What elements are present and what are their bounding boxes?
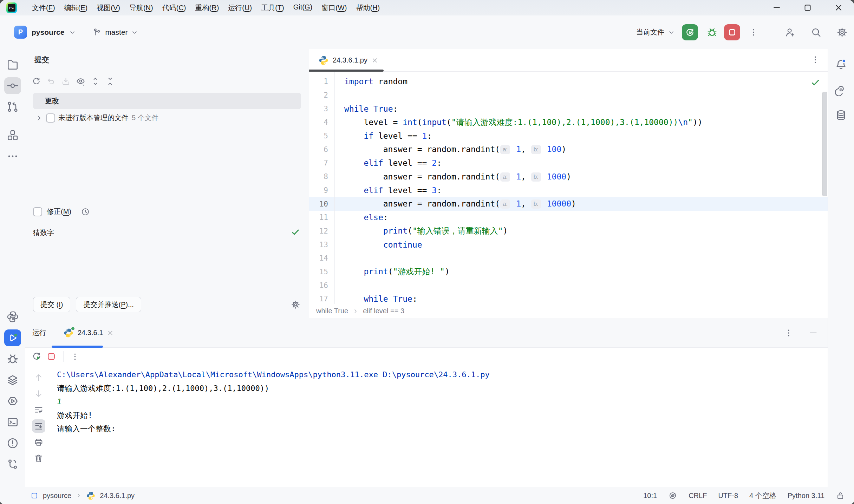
vcs-widget[interactable]: master	[92, 27, 138, 37]
print-button[interactable]	[32, 436, 45, 449]
encoding-widget[interactable]: UTF-8	[718, 492, 738, 500]
menu-edit[interactable]: 编辑(E)	[60, 2, 92, 14]
chevron-right-icon[interactable]	[35, 114, 43, 122]
commit-tool-button[interactable]	[4, 77, 21, 94]
stop-button[interactable]	[724, 24, 740, 40]
run-button[interactable]	[682, 24, 698, 40]
line-number[interactable]: 4	[309, 118, 334, 126]
expand-all-button[interactable]	[89, 74, 102, 88]
commit-and-push-button[interactable]: 提交并推送(P)...	[76, 297, 141, 312]
profiler-tool-button[interactable]	[4, 393, 21, 410]
project-widget[interactable]: P pysource	[14, 26, 76, 39]
git-tool-button[interactable]	[4, 456, 21, 473]
history-clock-icon[interactable]	[81, 207, 90, 216]
inspections-ok-icon[interactable]	[810, 77, 821, 88]
line-number[interactable]: 5	[309, 132, 334, 140]
services-tool-button[interactable]	[4, 372, 21, 388]
close-tab-icon[interactable]	[371, 57, 378, 64]
line-number[interactable]: 3	[309, 105, 334, 113]
line-number[interactable]: 1	[309, 77, 334, 86]
amend-checkbox[interactable]	[33, 207, 42, 216]
menu-window[interactable]: 窗口(W)	[317, 2, 351, 14]
line-number[interactable]: 11	[309, 213, 334, 222]
highlighting-level-icon[interactable]	[668, 491, 677, 500]
breadcrumb-item[interactable]: elif level == 3	[363, 307, 404, 315]
kebab-menu-icon[interactable]	[784, 328, 793, 338]
menu-navigate[interactable]: 导航(N)	[125, 2, 158, 14]
line-number[interactable]: 12	[309, 227, 334, 235]
commit-message-editor[interactable]: 猜数字	[25, 222, 309, 297]
menu-view[interactable]: 视图(V)	[92, 2, 125, 14]
more-actions-button[interactable]	[747, 25, 761, 39]
shelve-button[interactable]	[59, 74, 72, 88]
close-button[interactable]	[823, 0, 854, 15]
notifications-button[interactable]	[833, 57, 849, 72]
line-number[interactable]: 9	[309, 186, 334, 195]
stop-icon[interactable]	[46, 352, 56, 361]
close-tab-icon[interactable]	[107, 329, 114, 336]
line-number[interactable]: 8	[309, 172, 334, 181]
search-button[interactable]	[809, 25, 823, 39]
next-occurrence-button[interactable]	[32, 387, 45, 400]
prev-occurrence-button[interactable]	[32, 371, 45, 384]
run-tab[interactable]: 24.3.6.1	[63, 328, 114, 338]
ai-assistant-button[interactable]	[833, 82, 849, 98]
gear-icon[interactable]	[291, 300, 300, 309]
code-with-me-button[interactable]	[783, 25, 797, 39]
refresh-button[interactable]	[30, 74, 43, 88]
breadcrumb-item[interactable]: while True	[316, 307, 348, 315]
python-console-tool-button[interactable]	[4, 308, 21, 325]
editor-scrollbar[interactable]	[822, 92, 827, 196]
debug-tool-button[interactable]	[4, 351, 21, 367]
line-ending-widget[interactable]: CRLF	[689, 492, 707, 500]
caret-position-widget[interactable]: 10:1	[643, 492, 657, 500]
run-config-selector[interactable]: 当前文件	[636, 27, 675, 37]
menu-tools[interactable]: 工具(T)	[256, 2, 289, 14]
menu-code[interactable]: 代码(C)	[158, 2, 191, 14]
menu-help[interactable]: 帮助(H)	[351, 2, 384, 14]
line-number[interactable]: 7	[309, 159, 334, 167]
line-number[interactable]: 14	[309, 254, 334, 262]
pycharm-logo-icon[interactable]: PC	[6, 2, 17, 13]
line-number[interactable]: 13	[309, 241, 334, 249]
code-editor[interactable]: 1import random23while True:4 level = int…	[309, 72, 828, 304]
unversioned-checkbox[interactable]	[46, 113, 55, 123]
unlock-icon[interactable]	[836, 491, 845, 500]
more-tool-windows-button[interactable]	[4, 148, 21, 165]
rerun-icon[interactable]	[32, 351, 42, 362]
commit-button[interactable]: 提交 (I)	[33, 297, 70, 312]
debug-button[interactable]	[705, 25, 719, 39]
terminal-tool-button[interactable]	[4, 414, 21, 431]
problems-tool-button[interactable]	[4, 435, 21, 452]
menu-file[interactable]: 文件(F)	[27, 2, 60, 14]
structure-tool-button[interactable]	[4, 127, 21, 144]
status-project-name[interactable]: pysource	[43, 492, 71, 500]
pull-requests-tool-button[interactable]	[4, 98, 21, 115]
changes-group-header[interactable]: 更改	[33, 93, 301, 109]
indent-widget[interactable]: 4 个空格	[749, 491, 776, 500]
database-button[interactable]	[833, 107, 849, 123]
soft-wrap-button[interactable]	[32, 403, 45, 417]
hide-panel-icon[interactable]	[809, 328, 818, 338]
menu-refactor[interactable]: 重构(R)	[191, 2, 224, 14]
console-output[interactable]: C:\Users\Alexander\AppData\Local\Microso…	[52, 365, 828, 487]
menu-run[interactable]: 运行(U)	[223, 2, 256, 14]
status-file-name[interactable]: 24.3.6.1.py	[100, 492, 135, 500]
menu-git[interactable]: Git(G)	[289, 2, 317, 14]
line-number[interactable]: 17	[309, 295, 334, 303]
line-number[interactable]: 2	[309, 91, 334, 99]
run-tool-button[interactable]	[4, 329, 21, 346]
project-tool-button[interactable]	[4, 56, 21, 73]
editor-options-button[interactable]	[811, 55, 828, 66]
rollback-button[interactable]	[44, 74, 58, 88]
line-number[interactable]: 10	[309, 200, 334, 208]
scroll-to-end-button[interactable]	[32, 419, 45, 433]
interpreter-widget[interactable]: Python 3.11	[788, 492, 824, 500]
clear-console-button[interactable]	[32, 452, 45, 465]
line-number[interactable]: 6	[309, 145, 334, 154]
unversioned-files-row[interactable]: 未进行版本管理的文件 5 个文件	[25, 109, 309, 123]
maximize-button[interactable]	[792, 0, 823, 15]
settings-button[interactable]	[835, 25, 849, 39]
kebab-menu-icon[interactable]	[71, 352, 79, 361]
editor-tab[interactable]: 24.3.6.1.py	[318, 55, 378, 66]
